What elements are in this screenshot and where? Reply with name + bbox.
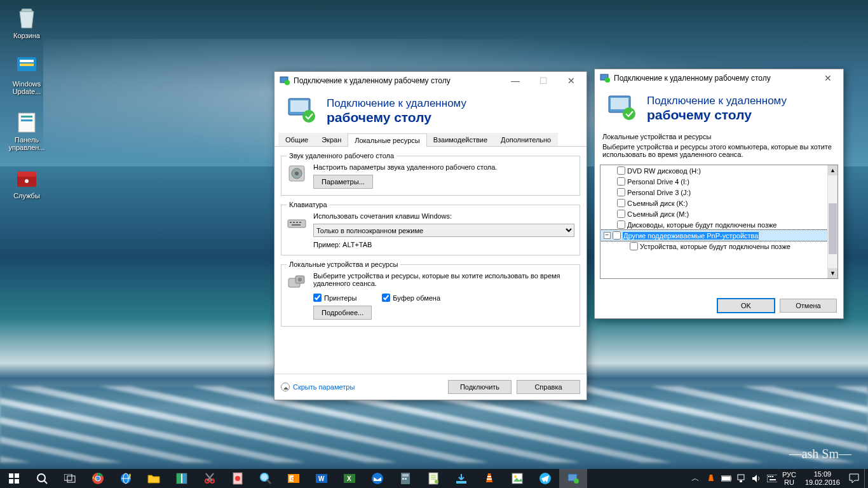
svg-point-50	[235, 476, 240, 481]
taskbar-app-calc[interactable]	[391, 469, 419, 488]
taskbar-app-magnifier[interactable]	[252, 469, 280, 488]
svg-rect-76	[731, 477, 731, 480]
more-devices-button[interactable]: Подробнее...	[313, 306, 372, 320]
tree-item[interactable]: Дисководы, которые будут подключены позж…	[600, 219, 827, 230]
tray-lang-short[interactable]: RU	[782, 478, 796, 486]
action-center-icon[interactable]	[849, 473, 859, 484]
svg-text:W: W	[318, 475, 325, 482]
tray-volume-icon[interactable]	[752, 473, 762, 484]
audio-settings-button[interactable]: Параметры...	[313, 175, 373, 189]
tab-experience[interactable]: Взаимодействие	[426, 133, 494, 146]
close-button[interactable]: ✕	[557, 72, 585, 90]
svg-rect-7	[17, 172, 36, 177]
desktop-icon-services[interactable]: Службы	[4, 164, 50, 200]
svg-rect-2	[20, 64, 34, 66]
tray-chevron-icon[interactable]: ︿	[691, 473, 701, 484]
desktop-icon-control-panel[interactable]: Панель управлен...	[4, 108, 50, 151]
tree-item[interactable]: Personal Drive 3 (J:)	[600, 187, 827, 198]
desktop-icon-recycle-bin[interactable]: Корзина	[4, 4, 50, 39]
start-button[interactable]	[0, 469, 28, 488]
group-desc: Настроить параметры звука удаленного раб…	[313, 163, 574, 171]
svg-rect-82	[770, 476, 771, 477]
tree-item[interactable]: Устройства, которые будут подключены поз…	[600, 241, 827, 252]
connect-button[interactable]: Подключить	[448, 380, 512, 394]
taskbar-app-explorer[interactable]	[140, 469, 168, 488]
taskbar-app-chrome[interactable]	[84, 469, 112, 488]
svg-point-8	[25, 179, 29, 183]
show-desktop-button[interactable]	[864, 469, 868, 488]
collapse-icon[interactable]: −	[604, 232, 611, 239]
system-tray: ︿ РУС RU 15:09 19.02.2016	[686, 469, 864, 488]
tray-vlc-icon[interactable]	[706, 473, 716, 484]
cancel-button[interactable]: Отмена	[780, 299, 837, 313]
keyboard-combo[interactable]: Только в полноэкранном режиме	[313, 224, 574, 237]
tray-keyboard-icon[interactable]	[767, 473, 777, 484]
tree-item[interactable]: Съемный диск (K:)	[600, 198, 827, 208]
group-legend: Клавиатура	[287, 201, 330, 208]
desktop-icon-windows-update[interactable]: Windows Update...	[4, 52, 50, 95]
tab-local-resources[interactable]: Локальные ресурсы	[348, 133, 426, 147]
scroll-up-icon[interactable]: ▲	[828, 165, 837, 175]
taskbar-app-totalcmd[interactable]	[168, 469, 196, 488]
tray-network-icon[interactable]	[736, 473, 747, 484]
tree-item[interactable]: DVD RW дисковод (H:)	[600, 165, 827, 176]
scroll-down-icon[interactable]: ▼	[828, 268, 837, 278]
clipboard-checkbox[interactable]: Буфер обмена	[382, 294, 440, 302]
group-desc: Выберите устройства и ресурсы, которые в…	[313, 272, 574, 287]
search-button[interactable]	[28, 469, 56, 488]
taskbar-app-vlc[interactable]	[475, 469, 503, 488]
taskbar-app-thunderbird[interactable]	[363, 469, 391, 488]
tree-scrollbar[interactable]: ▲▼	[827, 165, 837, 278]
tab-general[interactable]: Общие	[278, 133, 315, 146]
svg-rect-77	[722, 477, 730, 480]
taskbar-app-downloads[interactable]	[447, 469, 475, 488]
rdp-icon	[600, 73, 610, 83]
taskbar-app-rdp[interactable]	[559, 469, 587, 488]
svg-rect-31	[9, 473, 13, 478]
maximize-button: ☐	[529, 72, 557, 90]
taskbar-app-ie[interactable]	[112, 469, 140, 488]
titlebar[interactable]: Подключение к удаленному рабочему столу …	[275, 72, 587, 90]
svg-rect-12	[290, 100, 308, 112]
tray-clock[interactable]: 15:09 19.02.2016	[801, 470, 844, 486]
taskbar-app-telegram[interactable]	[531, 469, 559, 488]
help-button[interactable]: Справка	[517, 380, 580, 394]
tray-lang-long[interactable]: РУС	[782, 471, 796, 478]
taskbar-app-excel[interactable]: X	[336, 469, 363, 488]
printers-checkbox[interactable]: Принтеры	[313, 294, 356, 302]
taskbar-app-word[interactable]: W	[308, 469, 336, 488]
tree-item[interactable]: Съемный диск (M:)	[600, 208, 827, 219]
tree-item-selected[interactable]: −Другие поддерживаемые PnP-устройства	[600, 230, 827, 241]
svg-rect-38	[67, 476, 75, 482]
tab-advanced[interactable]: Дополнительно	[494, 133, 558, 146]
svg-point-13	[302, 110, 315, 123]
window-title: Подключение к удаленному рабочему столу	[294, 76, 501, 85]
taskbar-app-pdf[interactable]	[224, 469, 252, 488]
taskbar-app-paint[interactable]	[503, 469, 531, 488]
tree-item[interactable]: Personal Drive 4 (I:)	[600, 176, 827, 187]
svg-rect-79	[740, 480, 742, 482]
svg-text:X: X	[347, 475, 351, 482]
svg-rect-45	[182, 473, 187, 484]
svg-rect-5	[21, 119, 32, 121]
device-tree[interactable]: DVD RW дисковод (H:) Personal Drive 4 (I…	[600, 165, 838, 279]
taskbar-app-outlook[interactable]: O	[280, 469, 308, 488]
task-view-button[interactable]	[56, 469, 84, 488]
group-legend: Локальные устройства и ресурсы	[287, 261, 400, 268]
minimize-button[interactable]: —	[501, 72, 529, 90]
ok-button[interactable]: OK	[717, 299, 775, 313]
titlebar[interactable]: Подключение к удаленному рабочему столу …	[595, 69, 843, 87]
scroll-thumb[interactable]	[829, 203, 837, 254]
svg-rect-37	[64, 474, 72, 480]
taskbar-app-snip[interactable]	[196, 469, 224, 488]
close-button[interactable]: ✕	[814, 69, 842, 87]
svg-point-27	[605, 78, 610, 83]
svg-point-25	[298, 278, 302, 281]
svg-rect-17	[288, 220, 306, 227]
svg-rect-81	[768, 476, 770, 477]
tab-display[interactable]: Экран	[315, 133, 348, 146]
tray-battery-icon[interactable]	[721, 473, 731, 484]
taskbar-app-notepadpp[interactable]	[419, 469, 447, 488]
hide-options-link[interactable]: Скрыть параметры	[281, 383, 355, 391]
svg-text:O: O	[291, 476, 295, 482]
